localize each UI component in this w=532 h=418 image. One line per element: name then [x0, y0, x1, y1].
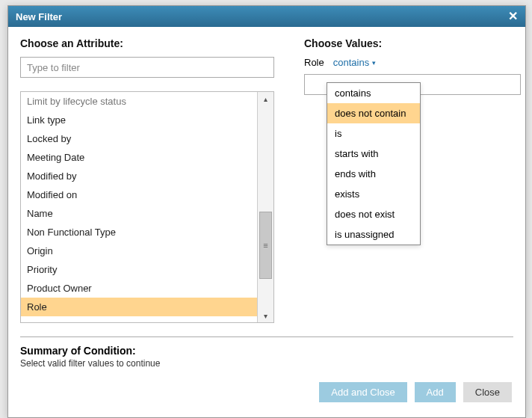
scroll-thumb[interactable]: ≡: [259, 212, 272, 279]
values-panel: Choose Values: Role contains ▾ containsd…: [304, 37, 521, 323]
dialog-body: Choose an Attribute: Limit by lifecycle …: [8, 27, 525, 417]
chevron-down-icon: ▾: [372, 59, 376, 67]
scroll-down-icon[interactable]: ▾: [258, 309, 273, 322]
operator-option[interactable]: is: [327, 123, 420, 144]
scrollbar[interactable]: ▴ ≡ ▾: [257, 92, 273, 322]
attribute-item[interactable]: Name: [21, 204, 257, 223]
attribute-item[interactable]: Modified by: [21, 167, 257, 185]
summary-text: Select valid filter values to continue: [20, 358, 513, 369]
operator-option[interactable]: starts with: [327, 144, 420, 164]
attribute-item[interactable]: Priority: [21, 260, 257, 279]
attribute-item[interactable]: Stability: [21, 316, 257, 322]
attribute-item[interactable]: Modified on: [21, 185, 257, 204]
dialog-title: New Filter: [16, 11, 62, 22]
scroll-up-icon[interactable]: ▴: [258, 92, 273, 105]
operator-dropdown: containsdoes not containisstarts withend…: [327, 82, 421, 245]
attribute-filter-input[interactable]: [20, 57, 274, 78]
attribute-list[interactable]: Limit by lifecycle statusLink typeLocked…: [21, 92, 257, 322]
summary-section: Summary of Condition: Select valid filte…: [20, 345, 513, 369]
operator-option[interactable]: ends with: [327, 164, 420, 184]
attribute-item[interactable]: Product Owner: [21, 279, 257, 298]
operator-option[interactable]: exists: [327, 184, 420, 204]
attribute-item[interactable]: Role: [21, 298, 257, 316]
button-row: Add and Close Add Close: [20, 369, 513, 410]
close-icon[interactable]: ✕: [508, 10, 518, 22]
dialog-titlebar: New Filter ✕: [8, 6, 525, 27]
operator-option[interactable]: does not contain: [327, 103, 420, 123]
values-heading: Choose Values:: [304, 37, 521, 49]
add-and-close-button[interactable]: Add and Close: [319, 382, 406, 402]
attribute-panel: Choose an Attribute: Limit by lifecycle …: [20, 37, 274, 323]
operator-selected-label: contains: [333, 57, 369, 68]
operator-option[interactable]: contains: [327, 83, 420, 103]
attribute-item[interactable]: Limit by lifecycle status: [21, 92, 257, 111]
attribute-item[interactable]: Origin: [21, 242, 257, 260]
attribute-listbox: Limit by lifecycle statusLink typeLocked…: [20, 91, 274, 323]
attribute-item[interactable]: Link type: [21, 111, 257, 129]
operator-option[interactable]: is unassigned: [327, 224, 420, 245]
attribute-item[interactable]: Locked by: [21, 129, 257, 148]
operator-dropdown-trigger[interactable]: contains ▾: [333, 57, 376, 68]
divider: [20, 336, 513, 337]
close-button[interactable]: Close: [463, 382, 512, 402]
attribute-heading: Choose an Attribute:: [20, 37, 274, 49]
attribute-item[interactable]: Non Functional Type: [21, 223, 257, 242]
new-filter-dialog: New Filter ✕ Choose an Attribute: Limit …: [7, 5, 526, 418]
operator-option[interactable]: does not exist: [327, 204, 420, 224]
summary-heading: Summary of Condition:: [20, 345, 513, 357]
attribute-item[interactable]: Meeting Date: [21, 148, 257, 167]
selected-attribute-label: Role: [304, 57, 324, 68]
add-button[interactable]: Add: [415, 382, 456, 402]
